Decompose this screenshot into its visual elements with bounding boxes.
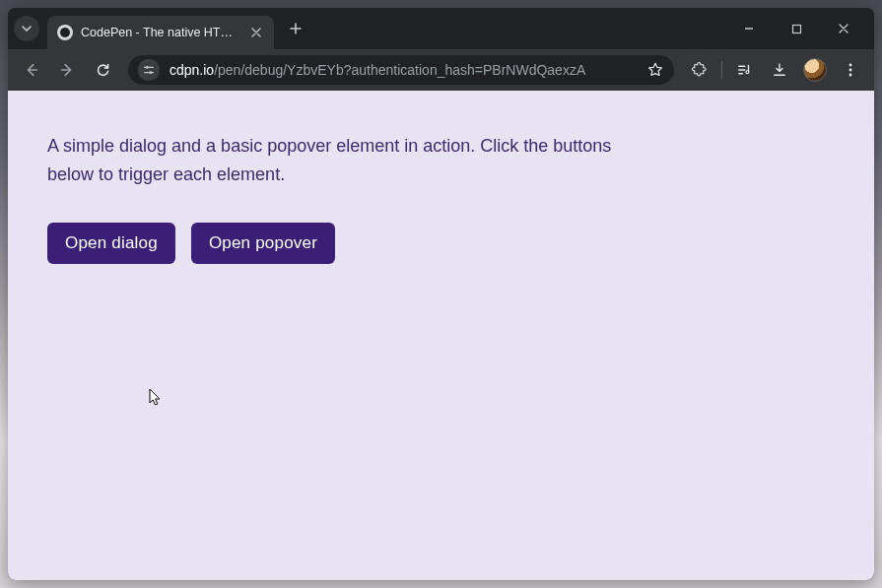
page-viewport: A simple dialog and a basic popover elem… [8, 91, 874, 580]
svg-point-3 [746, 71, 749, 74]
maximize-icon [791, 24, 802, 34]
arrow-left-icon [23, 61, 40, 79]
downloads-button[interactable] [764, 54, 795, 86]
intro-text: A simple dialog and a basic popover elem… [47, 132, 639, 189]
puzzle-icon [691, 61, 709, 79]
tab-title: CodePen - The native HTML5 d [81, 26, 240, 39]
favicon-icon [57, 25, 73, 40]
cursor-icon [149, 388, 163, 408]
bookmark-button[interactable] [646, 61, 664, 79]
url-text: cdpn.io/pen/debug/YzbvEYb?authentication… [170, 62, 637, 78]
app-menu-button[interactable] [835, 54, 866, 86]
svg-point-5 [849, 69, 852, 72]
toolbar-separator [721, 61, 722, 79]
address-bar[interactable]: cdpn.io/pen/debug/YzbvEYb?authentication… [128, 55, 674, 85]
arrow-right-icon [58, 61, 76, 79]
extensions-button[interactable] [684, 54, 715, 86]
window-minimize-button[interactable] [728, 14, 770, 43]
music-icon [735, 61, 753, 79]
button-row: Open dialog Open popover [47, 223, 639, 264]
svg-point-2 [149, 71, 152, 74]
url-host: cdpn.io [170, 62, 214, 78]
reload-icon [95, 62, 111, 79]
new-tab-button[interactable] [282, 15, 309, 42]
chevron-down-icon [21, 23, 33, 34]
media-control-button[interactable] [728, 54, 760, 86]
browser-tab[interactable]: CodePen - The native HTML5 d [47, 16, 274, 49]
star-icon [646, 61, 664, 79]
tabs-search-button[interactable] [14, 16, 39, 41]
open-popover-button[interactable]: Open popover [191, 223, 335, 264]
svg-point-1 [146, 66, 149, 69]
site-info-button[interactable] [138, 59, 160, 81]
reload-button[interactable] [87, 54, 118, 86]
download-icon [771, 61, 788, 79]
svg-rect-0 [792, 25, 800, 33]
tune-icon [142, 63, 156, 77]
close-icon [251, 28, 261, 37]
url-path: /pen/debug/YzbvEYb?authentication_hash=P… [214, 62, 585, 78]
close-icon [838, 23, 849, 34]
open-dialog-button[interactable]: Open dialog [47, 223, 175, 264]
svg-point-4 [849, 64, 852, 67]
svg-point-6 [849, 74, 852, 77]
window-close-button[interactable] [823, 14, 864, 43]
browser-window: CodePen - The native HTML5 d [8, 8, 874, 580]
plus-icon [289, 22, 303, 35]
kebab-icon [843, 62, 858, 78]
avatar [803, 58, 827, 82]
forward-button[interactable] [51, 54, 83, 86]
profile-button[interactable] [799, 54, 831, 86]
tab-strip: CodePen - The native HTML5 d [8, 8, 874, 49]
page-body: A simple dialog and a basic popover elem… [8, 91, 678, 305]
window-maximize-button[interactable] [776, 14, 817, 43]
window-controls [728, 14, 868, 43]
browser-toolbar: cdpn.io/pen/debug/YzbvEYb?authentication… [8, 49, 874, 91]
minimize-icon [743, 23, 755, 34]
tab-close-button[interactable] [248, 25, 264, 40]
back-button[interactable] [16, 54, 47, 86]
